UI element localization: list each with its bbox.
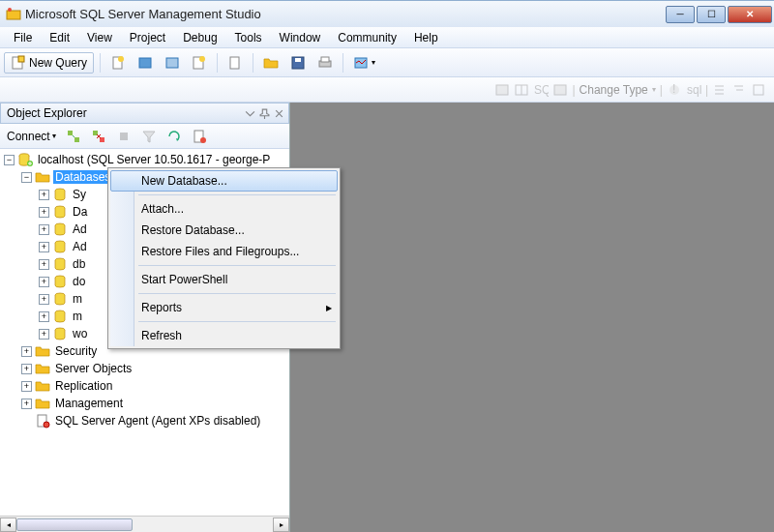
svg-text:sql: sql <box>687 83 701 97</box>
expand-toggle[interactable]: − <box>4 155 15 165</box>
expand-toggle[interactable]: − <box>21 172 32 183</box>
expand-toggle[interactable]: + <box>39 207 49 218</box>
svg-text:SQL: SQL <box>534 83 549 97</box>
expand-toggle[interactable]: + <box>21 364 32 374</box>
oe-stop-button[interactable] <box>113 127 134 146</box>
menu-help[interactable]: Help <box>406 29 446 46</box>
menu-window[interactable]: Window <box>272 29 329 46</box>
context-menu-start-powershell[interactable]: Start PowerShell <box>110 269 338 290</box>
sql-server-agent-node[interactable]: SQL Server Agent (Agent XPs disabled) <box>0 412 289 429</box>
expand-toggle[interactable]: + <box>39 190 49 200</box>
tree-label: localhost (SQL Server 10.50.1617 - georg… <box>36 153 272 166</box>
menu-view[interactable]: View <box>79 29 120 46</box>
panel-close-icon[interactable] <box>274 108 284 119</box>
menu-tools[interactable]: Tools <box>227 29 270 46</box>
context-menu-restore-database[interactable]: Restore Database... <box>110 220 338 241</box>
maximize-button[interactable]: ☐ <box>697 6 726 23</box>
expand-toggle[interactable]: + <box>39 224 49 235</box>
folder-replication[interactable]: +Replication <box>0 377 289 395</box>
context-menu-separator <box>138 293 336 294</box>
context-menu-restore-files-and-filegroups[interactable]: Restore Files and Filegroups... <box>110 241 338 262</box>
open-button[interactable] <box>259 52 283 74</box>
save-button[interactable] <box>286 52 310 74</box>
submenu-arrow-icon: ▶ <box>326 304 332 312</box>
tree-label: wo <box>71 327 89 340</box>
disconnect-icon <box>91 129 106 144</box>
print-button[interactable] <box>313 52 337 74</box>
context-menu-new-database[interactable]: New Database... <box>110 170 338 192</box>
menu-project[interactable]: Project <box>122 29 173 46</box>
context-menu-separator <box>138 321 336 322</box>
context-menu-attach[interactable]: Attach... <box>110 198 338 220</box>
toolbar-button[interactable] <box>134 52 157 74</box>
new-query-button[interactable]: New Query <box>4 52 94 74</box>
results-icon <box>552 82 568 98</box>
svg-rect-10 <box>230 57 239 69</box>
server-node[interactable]: −localhost (SQL Server 10.50.1617 - geor… <box>0 151 289 168</box>
toolbar-button[interactable] <box>223 52 247 74</box>
context-menu-refresh[interactable]: Refresh <box>110 325 338 346</box>
expand-toggle[interactable]: + <box>21 346 32 357</box>
svg-rect-0 <box>7 11 20 19</box>
folder-server-objects[interactable]: +Server Objects <box>0 360 289 377</box>
expand-toggle[interactable]: + <box>39 242 49 252</box>
close-button[interactable]: ✕ <box>728 6 772 23</box>
pin-icon[interactable] <box>259 108 270 119</box>
oe-disconnect-icon[interactable] <box>88 127 109 146</box>
scroll-thumb[interactable] <box>16 518 133 531</box>
horizontal-scrollbar[interactable]: ◂ ▸ <box>0 516 289 532</box>
toolbar-button[interactable] <box>188 52 211 74</box>
menu-debug[interactable]: Debug <box>175 29 224 46</box>
context-menu-separator <box>138 194 336 195</box>
svg-text:!: ! <box>672 82 675 96</box>
dropdown-icon[interactable] <box>245 108 255 119</box>
tree-label: db <box>71 257 87 271</box>
svg-point-9 <box>199 56 205 62</box>
mdi-area <box>290 103 774 532</box>
scroll-left-button[interactable]: ◂ <box>0 517 16 532</box>
toolbar-button[interactable] <box>161 52 184 74</box>
refresh-icon <box>166 129 182 144</box>
expand-toggle[interactable]: + <box>39 294 49 305</box>
context-menu-reports[interactable]: Reports▶ <box>110 297 338 318</box>
expand-toggle[interactable]: + <box>39 311 49 322</box>
scroll-right-button[interactable]: ▸ <box>273 517 289 532</box>
new-query-label: New Query <box>29 56 87 70</box>
expand-toggle[interactable]: + <box>21 381 32 392</box>
oe-filter-button[interactable] <box>138 127 160 146</box>
menu-file[interactable]: File <box>6 29 40 46</box>
expand-toggle[interactable]: + <box>39 329 49 340</box>
tree-label: Management <box>53 397 125 410</box>
expand-toggle[interactable]: + <box>39 277 49 287</box>
connect-button[interactable]: Connect▾ <box>4 127 59 146</box>
tree-label: Databases <box>53 170 112 184</box>
svg-point-5 <box>118 56 124 62</box>
svg-point-1 <box>8 8 12 12</box>
sec-toolbar-group: SQL | Change Type▾ | ! sql | <box>491 80 770 100</box>
minimize-button[interactable]: ─ <box>666 6 695 23</box>
folder-management[interactable]: +Management <box>0 395 289 412</box>
change-type-label: Change Type <box>580 83 648 97</box>
toolbar-button[interactable] <box>106 52 130 74</box>
oe-script-button[interactable] <box>189 127 210 146</box>
svg-rect-30 <box>68 131 73 135</box>
tree-label: Ad <box>71 222 89 236</box>
app-icon <box>6 7 21 22</box>
tree-label: Sy <box>71 188 88 201</box>
svg-rect-7 <box>166 58 178 68</box>
menu-community[interactable]: Community <box>330 29 404 46</box>
svg-point-52 <box>44 422 49 428</box>
dmx-icon <box>164 55 180 71</box>
svg-rect-14 <box>321 57 329 62</box>
expand-toggle[interactable]: + <box>21 399 32 409</box>
expand-toggle[interactable]: + <box>39 259 49 270</box>
activity-button[interactable]: ▾ <box>349 52 379 74</box>
menu-edit[interactable]: Edit <box>42 29 77 46</box>
xmla-icon <box>192 55 207 71</box>
table-icon <box>494 82 510 98</box>
window-title: Microsoft SQL Server Management Studio <box>25 7 664 21</box>
script-icon <box>192 129 207 144</box>
tree-label: do <box>71 275 87 288</box>
oe-refresh-button[interactable] <box>164 127 185 146</box>
oe-connect-icon[interactable] <box>63 127 84 146</box>
